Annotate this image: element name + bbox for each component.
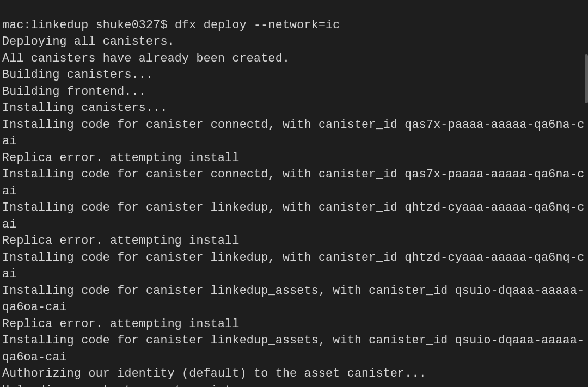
prompt-user: shuke0327	[96, 19, 161, 32]
prompt-symbol: $	[160, 19, 167, 32]
output-line: Installing code for canister linkedup, w…	[2, 249, 586, 282]
output-line: Installing canisters...	[2, 100, 586, 116]
output-line: Installing code for canister connectd, w…	[2, 116, 586, 150]
output-line: Replica error. attempting install	[2, 232, 586, 249]
output-line: Uploading assets to asset canister...	[2, 382, 586, 387]
output-line: Building canisters...	[2, 66, 586, 83]
output-line: Installing code for canister linkedup_as…	[2, 282, 586, 316]
prompt-dir: linkedup	[31, 19, 89, 32]
output-line: Installing code for canister linkedup_as…	[2, 332, 586, 365]
output-line: Installing code for canister connectd, w…	[2, 166, 586, 199]
prompt-line: mac:linkedup shuke0327$ dfx deploy --net…	[2, 17, 586, 34]
output-line: Installing code for canister linkedup, w…	[2, 199, 586, 232]
terminal-output[interactable]: mac:linkedup shuke0327$ dfx deploy --net…	[0, 0, 588, 387]
output-line: Building frontend...	[2, 83, 586, 100]
scrollbar-thumb[interactable]	[585, 54, 588, 103]
output-line: Authorizing our identity (default) to th…	[2, 365, 586, 382]
scrollbar[interactable]	[584, 0, 588, 387]
output-line: Deploying all canisters.	[2, 33, 586, 50]
prompt-host: mac	[2, 19, 24, 32]
prompt-command: dfx deploy --network=ic	[175, 19, 340, 32]
output-line: All canisters have already been created.	[2, 50, 586, 67]
output-line: Replica error. attempting install	[2, 316, 586, 333]
output-line: Replica error. attempting install	[2, 150, 586, 167]
